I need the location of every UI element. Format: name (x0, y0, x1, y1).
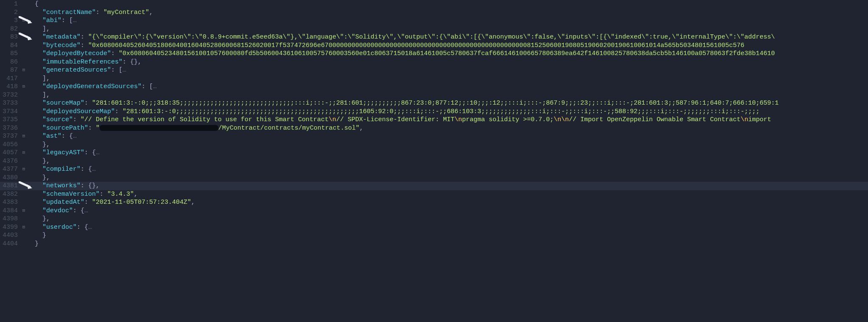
token-ellip: … (88, 224, 92, 231)
code-editor[interactable]: 1 {2 "contractName": "myContract",3⊞ "ab… (0, 0, 868, 248)
line-number: 3735 (0, 116, 20, 124)
code-content[interactable]: } (27, 231, 868, 240)
fold-toggle-icon[interactable]: ⊞ (20, 132, 27, 139)
code-line[interactable]: 1 { (0, 0, 868, 8)
code-content[interactable]: }, (27, 174, 868, 182)
code-content[interactable]: "schemaVersion": "3.4.3", (27, 190, 868, 199)
code-content[interactable]: "networks": {}, (27, 182, 868, 190)
code-line[interactable]: 86 "immutableReferences": {}, (0, 58, 868, 67)
code-content[interactable]: }, (27, 157, 868, 166)
code-line[interactable]: 4404 } (0, 240, 868, 248)
code-content[interactable]: }, (27, 141, 868, 149)
line-number: 4057 (0, 149, 20, 157)
code-content[interactable]: "metadata": "{\"compiler\":{\"version\":… (27, 33, 868, 42)
fold-toggle-icon[interactable]: ⊞ (20, 207, 27, 214)
code-line[interactable]: 83 "metadata": "{\"compiler\":{\"version… (0, 33, 868, 42)
code-line[interactable]: 418⊞ "deployedGeneratedSources": [… (0, 83, 868, 91)
code-content[interactable]: "source": "// Define the version of Soli… (27, 116, 868, 124)
code-content[interactable]: "updatedAt": "2021-11-05T07:57:23.404Z", (27, 198, 868, 207)
fold-toggle-icon[interactable]: ⊞ (20, 165, 27, 172)
code-line[interactable]: 4377⊞ "compiler": {… (0, 165, 868, 174)
code-content[interactable]: ], (27, 91, 868, 100)
redacted-region (100, 125, 218, 131)
token-punc: , (149, 9, 153, 16)
code-content[interactable]: "deployedGeneratedSources": [… (27, 83, 868, 91)
code-line[interactable]: 4381 "networks": {}, (0, 182, 868, 190)
code-content[interactable]: "deployedSourceMap": "281:601:3:-:0;;;;;… (27, 108, 868, 116)
token-punc: : (115, 108, 122, 115)
code-line[interactable]: 3736 "sourcePath": "/MyContract/contract… (0, 124, 868, 133)
fold-toggle-icon (20, 215, 27, 216)
token-ellip: … (122, 67, 126, 74)
token-punc: : { (61, 133, 73, 140)
code-content[interactable]: "sourceMap": "281:601:3:-:0;;;318:35;;;;… (27, 99, 868, 108)
code-line[interactable]: 417 ], (0, 75, 868, 83)
token-str: "0x6080604052604051806040016040528060068… (88, 42, 744, 49)
token-str: pragma solidity >=0.7.0; (462, 116, 554, 123)
code-content[interactable]: "contractName": "myContract", (27, 8, 868, 17)
code-content[interactable]: { (27, 0, 868, 8)
code-line[interactable]: 3734 "deployedSourceMap": "281:601:3:-:0… (0, 108, 868, 116)
code-line[interactable]: 4384⊞ "devdoc": {… (0, 207, 868, 215)
code-line[interactable]: 3732 ], (0, 91, 868, 100)
token-str: "0x608060405234801561001057600080fd5b506… (119, 50, 775, 57)
code-content[interactable]: "bytecode": "0x6080604052604051806040016… (27, 42, 868, 50)
code-line[interactable]: 2 "contractName": "myContract", (0, 8, 868, 17)
token-key: "abi" (42, 17, 61, 24)
token-punc: ], (42, 92, 50, 99)
code-content[interactable]: } (27, 240, 868, 248)
code-content[interactable]: "devdoc": {… (27, 207, 868, 215)
fold-toggle-icon (20, 8, 27, 9)
code-line[interactable]: 3735 "source": "// Define the version of… (0, 116, 868, 124)
code-line[interactable]: 4383 "updatedAt": "2021-11-05T07:57:23.4… (0, 198, 868, 207)
line-number: 2 (0, 8, 20, 17)
code-line[interactable]: 4398 }, (0, 215, 868, 223)
fold-toggle-icon (20, 182, 27, 183)
code-line[interactable]: 87⊞ "generatedSources": [… (0, 66, 868, 75)
fold-toggle-icon[interactable]: ⊞ (20, 223, 27, 230)
code-line[interactable]: 3737⊞ "ast": {… (0, 132, 868, 141)
code-content[interactable]: "generatedSources": [… (27, 66, 868, 75)
code-line[interactable]: 4399⊞ "userdoc": {… (0, 223, 868, 232)
token-punc: : [ (61, 17, 73, 24)
code-content[interactable]: "immutableReferences": {}, (27, 58, 868, 67)
code-line[interactable]: 84 "bytecode": "0x6080604052604051806040… (0, 42, 868, 50)
code-content[interactable]: "userdoc": {… (27, 223, 868, 232)
fold-toggle-icon[interactable]: ⊞ (20, 83, 27, 89)
token-ellip: … (96, 149, 100, 156)
fold-toggle-icon[interactable]: ⊞ (20, 66, 27, 73)
code-content[interactable]: "sourcePath": "/MyContract/contracts/myC… (27, 124, 868, 133)
token-punc: }, (42, 158, 50, 165)
fold-toggle-icon (20, 157, 27, 158)
fold-toggle-icon[interactable]: ⊞ (20, 149, 27, 155)
line-number: 417 (0, 75, 20, 83)
code-line[interactable]: 4380 }, (0, 174, 868, 182)
line-number: 85 (0, 50, 20, 58)
code-content[interactable]: "abi": [… (27, 17, 868, 25)
token-ellip: … (92, 166, 96, 173)
fold-toggle-icon[interactable]: ⊞ (20, 17, 27, 23)
code-line[interactable]: 4057⊞ "legacyAST": {… (0, 149, 868, 157)
code-content[interactable]: "legacyAST": {… (27, 149, 868, 157)
token-str: "3.4.3" (107, 191, 134, 198)
code-content[interactable]: }, (27, 215, 868, 223)
code-content[interactable]: "deployedBytecode": "0x60806040523480156… (27, 50, 868, 58)
code-line[interactable]: 4403 } (0, 231, 868, 240)
token-punc: : { (84, 149, 96, 156)
code-line[interactable]: 4056 }, (0, 141, 868, 149)
token-key: "ast" (42, 133, 61, 140)
code-line[interactable]: 82 ], (0, 25, 868, 33)
fold-toggle-icon (20, 190, 27, 191)
code-content[interactable]: "ast": {… (27, 132, 868, 141)
code-line[interactable]: 3733 "sourceMap": "281:601:3:-:0;;;318:3… (0, 99, 868, 108)
code-content[interactable]: ], (27, 75, 868, 83)
code-content[interactable]: ], (27, 25, 868, 33)
token-key: "deployedGeneratedSources" (42, 83, 142, 90)
code-line[interactable]: 4382 "schemaVersion": "3.4.3", (0, 190, 868, 199)
token-key: "sourceMap" (42, 100, 84, 107)
code-line[interactable]: 4376 }, (0, 157, 868, 166)
code-content[interactable]: "compiler": {… (27, 165, 868, 174)
token-ellip: … (84, 207, 88, 214)
code-line[interactable]: 3⊞ "abi": [… (0, 17, 868, 25)
code-line[interactable]: 85 "deployedBytecode": "0x60806040523480… (0, 50, 868, 58)
